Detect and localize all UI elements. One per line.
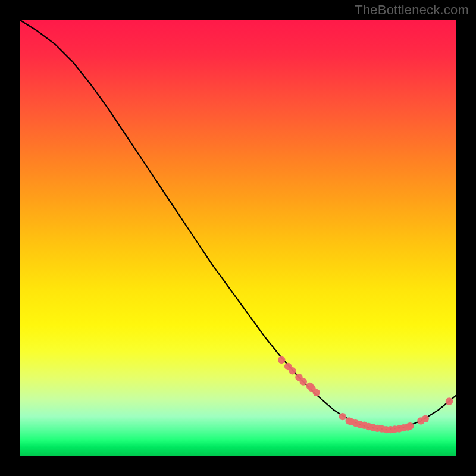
data-marker [300,378,307,385]
data-marker [289,367,296,374]
data-marker [406,422,414,430]
marker-layer [20,20,456,456]
data-marker [446,397,453,405]
data-marker [422,415,429,422]
data-marker [313,389,320,396]
data-marker [278,356,285,364]
plot-area [20,20,456,456]
data-marker [339,413,346,420]
watermark-text: TheBottleneck.com [355,2,469,18]
